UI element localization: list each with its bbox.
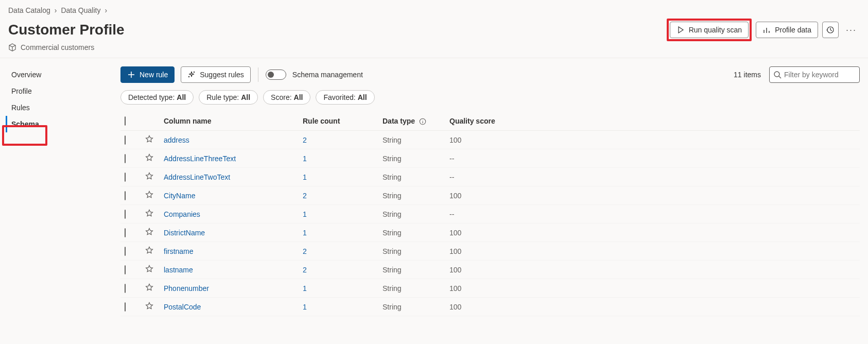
data-type-value: String [383,210,402,218]
column-name-link[interactable]: AddressLineThreeText [164,154,236,163]
table-row: AddressLineThreeText1String-- [120,149,860,168]
schema-management-toggle[interactable] [266,70,286,80]
rule-count-link[interactable]: 1 [303,229,307,237]
profile-data-button[interactable]: Profile data [756,22,818,38]
rule-count-link[interactable]: 2 [303,192,307,200]
svg-marker-0 [679,27,683,33]
more-actions-button[interactable]: ··· [843,23,860,38]
row-checkbox[interactable] [125,302,126,312]
column-name-link[interactable]: firstname [164,247,194,255]
column-name-link[interactable]: CityName [164,192,195,200]
chip-label: Score: [271,93,291,101]
data-type-value: String [383,284,402,293]
row-checkbox[interactable] [125,284,126,293]
chevron-right-icon: › [55,6,57,14]
item-count: 11 items [734,71,761,79]
new-rule-label: New rule [140,71,168,79]
history-button[interactable] [822,22,839,38]
star-icon[interactable] [145,285,153,293]
row-checkbox[interactable] [125,154,126,163]
rule-count-link[interactable]: 2 [303,266,307,274]
column-name-link[interactable]: lastname [164,266,193,274]
sidebar-item-profile[interactable]: Profile [8,83,120,99]
data-type-value: String [383,229,402,237]
row-checkbox[interactable] [125,247,126,256]
chip-value: All [358,93,367,101]
star-icon[interactable] [145,248,153,256]
table-row: lastname2String100 [120,261,860,279]
quality-score-value: 100 [449,247,461,255]
star-icon[interactable] [145,211,153,219]
bar-chart-icon [762,26,771,34]
data-type-value: String [383,136,402,144]
table-row: address2String100 [120,131,860,149]
rule-count-link[interactable]: 1 [303,210,307,218]
sidebar-item-rules[interactable]: Rules [8,99,120,116]
table-row: firstname2String100 [120,242,860,261]
data-type-value: String [383,266,402,274]
info-icon[interactable] [419,118,426,125]
rule-count-link[interactable]: 2 [303,247,307,255]
th-rule-count[interactable]: Rule count [299,112,378,131]
rule-count-link[interactable]: 1 [303,303,307,311]
row-checkbox[interactable] [125,210,126,219]
star-icon[interactable] [145,136,153,145]
data-type-value: String [383,173,402,181]
star-icon[interactable] [145,174,153,182]
sidebar: Overview Profile Rules Schema [0,58,120,316]
sidebar-item-schema[interactable]: Schema [6,116,120,132]
star-icon[interactable] [145,229,153,237]
quality-score-value: 100 [449,229,461,237]
new-rule-button[interactable]: New rule [120,66,175,83]
quality-score-value: 100 [449,266,461,274]
play-icon [676,26,685,34]
history-icon [826,26,835,34]
row-checkbox[interactable] [125,135,126,145]
rule-count-link[interactable]: 2 [303,136,307,144]
column-name-link[interactable]: DistrictName [164,229,205,237]
row-checkbox[interactable] [125,191,126,200]
subtitle-text: Commercial customers [21,43,94,51]
data-type-value: String [383,247,402,255]
th-quality-score[interactable]: Quality score [445,112,860,131]
column-name-link[interactable]: AddressLineTwoText [164,173,230,181]
table-row: AddressLineTwoText1String-- [120,168,860,186]
star-icon[interactable] [145,155,153,163]
select-all-checkbox[interactable] [125,116,126,126]
rule-count-link[interactable]: 1 [303,154,307,163]
sparkle-icon [187,71,196,79]
sidebar-item-overview[interactable]: Overview [8,66,120,83]
row-checkbox[interactable] [125,173,126,182]
breadcrumb-link[interactable]: Data Quality [61,6,100,14]
filter-chip-rule-type[interactable]: Rule type: All [199,90,258,105]
row-checkbox[interactable] [125,265,126,274]
highlight-run-quality-scan: Run quality scan [667,19,752,41]
th-data-type-label: Data type [383,117,415,125]
suggest-rules-button[interactable]: Suggest rules [181,66,251,83]
filter-chip-detected-type[interactable]: Detected type: All [120,90,194,105]
filter-chip-score[interactable]: Score: All [263,90,310,105]
th-data-type[interactable]: Data type [378,112,445,131]
filter-input[interactable] [769,66,860,83]
chip-label: Favorited: [323,93,355,101]
data-type-value: String [383,154,402,163]
column-name-link[interactable]: Phonenumber [164,284,209,293]
rule-count-link[interactable]: 1 [303,284,307,293]
rule-count-link[interactable]: 1 [303,173,307,181]
star-icon[interactable] [145,192,153,200]
row-checkbox[interactable] [125,228,126,237]
column-name-link[interactable]: PostalCode [164,303,201,311]
column-name-link[interactable]: address [164,136,189,144]
breadcrumb-link[interactable]: Data Catalog [8,6,50,14]
breadcrumb: Data Catalog › Data Quality › [0,0,868,14]
quality-score-value: -- [449,154,454,163]
star-icon[interactable] [145,266,153,274]
data-type-value: String [383,192,402,200]
svg-point-13 [422,120,423,121]
svg-point-8 [189,76,189,77]
filter-chip-favorited[interactable]: Favorited: All [316,90,374,105]
star-icon[interactable] [145,303,153,312]
run-quality-scan-button[interactable]: Run quality scan [670,22,749,38]
column-name-link[interactable]: Companies [164,210,200,218]
th-column-name[interactable]: Column name [160,112,299,131]
